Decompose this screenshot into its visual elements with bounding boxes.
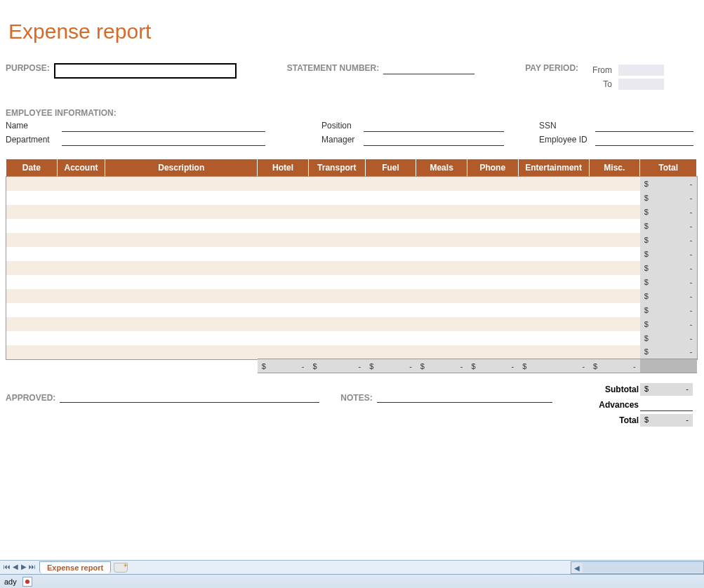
table-cell[interactable]	[467, 191, 518, 205]
table-row[interactable]: $-	[6, 205, 697, 219]
table-cell[interactable]	[308, 289, 365, 303]
table-cell[interactable]	[105, 331, 258, 345]
table-cell[interactable]	[57, 247, 105, 261]
tab-nav-first[interactable]: ⏮	[3, 563, 11, 573]
table-cell[interactable]	[57, 331, 105, 345]
table-cell[interactable]: $-	[640, 261, 697, 275]
table-cell[interactable]	[57, 205, 105, 219]
table-cell[interactable]	[467, 205, 518, 219]
table-cell[interactable]	[365, 317, 416, 331]
table-cell[interactable]: $-	[640, 219, 697, 233]
table-cell[interactable]	[589, 303, 640, 317]
table-cell[interactable]	[589, 317, 640, 331]
table-cell[interactable]	[589, 233, 640, 247]
table-cell[interactable]	[518, 317, 589, 331]
table-cell[interactable]	[57, 219, 105, 233]
table-row[interactable]: $-	[6, 289, 697, 303]
pay-period-from-input[interactable]	[618, 65, 664, 76]
table-cell[interactable]	[6, 205, 58, 219]
table-cell[interactable]: $-	[640, 191, 697, 205]
table-cell[interactable]	[589, 261, 640, 275]
table-cell[interactable]: $-	[640, 345, 697, 359]
table-cell[interactable]	[518, 303, 589, 317]
table-cell[interactable]	[258, 205, 309, 219]
table-cell[interactable]	[105, 345, 258, 359]
table-cell[interactable]	[258, 331, 309, 345]
table-cell[interactable]	[258, 191, 309, 205]
table-cell[interactable]	[365, 247, 416, 261]
tab-nav-prev[interactable]: ◀	[11, 563, 20, 573]
table-cell[interactable]	[105, 177, 258, 191]
table-cell[interactable]	[365, 331, 416, 345]
table-cell[interactable]	[57, 289, 105, 303]
table-row[interactable]: $-	[6, 331, 697, 345]
table-cell[interactable]	[467, 177, 518, 191]
macro-record-icon[interactable]	[22, 577, 32, 587]
table-cell[interactable]	[365, 289, 416, 303]
table-cell[interactable]	[57, 261, 105, 275]
table-cell[interactable]	[6, 233, 58, 247]
table-cell[interactable]	[416, 219, 467, 233]
name-input[interactable]	[62, 121, 265, 132]
table-cell[interactable]	[518, 289, 589, 303]
table-cell[interactable]	[105, 303, 258, 317]
table-row[interactable]: $-	[6, 303, 697, 317]
table-cell[interactable]	[308, 261, 365, 275]
table-cell[interactable]	[258, 317, 309, 331]
sheet-tab-expense-report[interactable]: Expense report	[39, 561, 111, 573]
table-cell[interactable]	[589, 331, 640, 345]
table-cell[interactable]	[105, 233, 258, 247]
scroll-track[interactable]	[583, 563, 703, 573]
table-cell[interactable]	[105, 247, 258, 261]
employee-id-input[interactable]	[595, 135, 693, 146]
table-cell[interactable]	[365, 261, 416, 275]
table-cell[interactable]: $-	[640, 331, 697, 345]
table-cell[interactable]	[416, 205, 467, 219]
table-cell[interactable]: $-	[640, 303, 697, 317]
table-cell[interactable]	[589, 219, 640, 233]
table-row[interactable]: $-	[6, 219, 697, 233]
table-cell[interactable]	[416, 275, 467, 289]
table-cell[interactable]	[589, 177, 640, 191]
table-cell[interactable]	[258, 233, 309, 247]
table-cell[interactable]	[416, 345, 467, 359]
table-cell[interactable]	[308, 247, 365, 261]
manager-input[interactable]	[364, 135, 504, 146]
table-cell[interactable]	[365, 233, 416, 247]
table-row[interactable]: $-	[6, 261, 697, 275]
table-cell[interactable]	[308, 233, 365, 247]
table-cell[interactable]	[589, 247, 640, 261]
table-cell[interactable]	[308, 205, 365, 219]
table-row[interactable]: $-	[6, 275, 697, 289]
table-cell[interactable]	[57, 275, 105, 289]
table-cell[interactable]	[518, 177, 589, 191]
table-cell[interactable]	[467, 233, 518, 247]
table-cell[interactable]	[308, 219, 365, 233]
table-cell[interactable]	[258, 247, 309, 261]
ssn-input[interactable]	[595, 121, 693, 132]
table-cell[interactable]	[467, 275, 518, 289]
table-cell[interactable]	[6, 289, 58, 303]
table-cell[interactable]	[6, 219, 58, 233]
table-cell[interactable]	[57, 317, 105, 331]
table-cell[interactable]	[589, 289, 640, 303]
table-cell[interactable]	[6, 261, 58, 275]
table-cell[interactable]	[518, 345, 589, 359]
new-sheet-button[interactable]	[114, 563, 128, 573]
table-cell[interactable]	[57, 177, 105, 191]
table-cell[interactable]	[416, 233, 467, 247]
table-cell[interactable]	[308, 303, 365, 317]
table-cell[interactable]	[518, 191, 589, 205]
table-cell[interactable]	[57, 191, 105, 205]
table-cell[interactable]	[416, 191, 467, 205]
table-cell[interactable]	[258, 177, 309, 191]
table-cell[interactable]	[6, 191, 58, 205]
statement-number-input[interactable]	[383, 63, 474, 74]
table-cell[interactable]	[105, 317, 258, 331]
table-cell[interactable]	[589, 191, 640, 205]
table-cell[interactable]	[365, 219, 416, 233]
table-cell[interactable]	[57, 345, 105, 359]
table-cell[interactable]	[308, 345, 365, 359]
table-cell[interactable]	[467, 219, 518, 233]
table-cell[interactable]	[258, 303, 309, 317]
